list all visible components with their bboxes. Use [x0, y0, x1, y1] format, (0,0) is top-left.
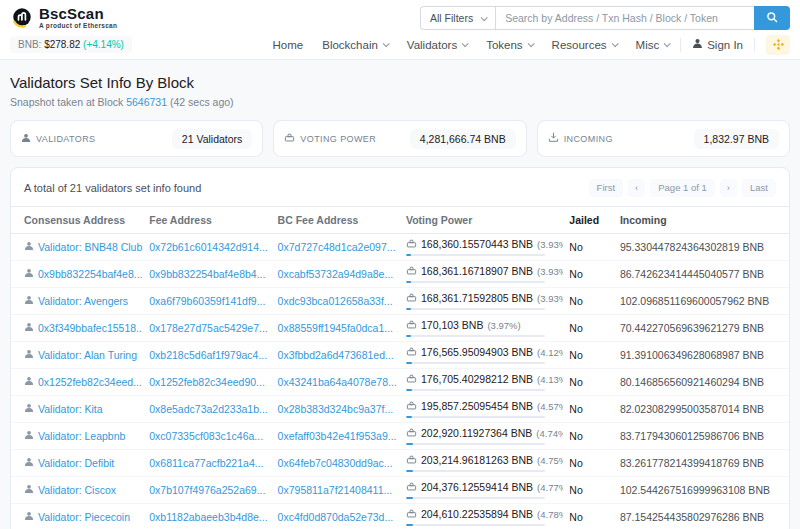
voting-power-value: 176,705.40298212 BNB [421, 373, 533, 385]
fee-address-link[interactable]: 0x6811ca77acfb221a4... [149, 457, 263, 469]
bc-fee-address-link[interactable]: 0xdc93bca012658a33f... [278, 295, 393, 307]
nav-item[interactable]: Misc [636, 39, 670, 51]
consensus-address-label: Validator: Piececoin [38, 511, 130, 523]
fee-address-link[interactable]: 0xa6f79b60359f141df9... [149, 295, 265, 307]
all-filters-dropdown[interactable]: All Filters [420, 6, 495, 30]
ballot-icon [406, 427, 417, 440]
voting-power-percent: (4.57%) [537, 401, 563, 412]
sign-in-button[interactable]: Sign In [692, 38, 743, 51]
voting-power-value: 203,214.96181263 BNB [421, 454, 533, 466]
incoming-value: 83.261778214399418769 BNB [614, 449, 789, 476]
incoming-value: 95.330447824364302819 BNB [614, 233, 789, 260]
bc-fee-address-link[interactable]: 0xc4fd0d870da52e73d... [278, 511, 394, 523]
bc-fee-address-link[interactable]: 0x88559ff1945fa0dca1... [278, 322, 393, 334]
sign-in-label: Sign In [707, 39, 743, 51]
voting-power-value: 176,565.95094903 BNB [421, 346, 533, 358]
col-jailed: Jailed [563, 206, 614, 233]
nav-item-label: Resources [552, 39, 607, 51]
incoming-card-label: INCOMING [564, 134, 613, 144]
voting-power-percent: (3.97%) [487, 320, 520, 331]
bc-fee-address-link[interactable]: 0xefaff03b42e41f953a9... [278, 430, 397, 442]
fee-address-link[interactable]: 0xb218c5d6af1f979ac4... [149, 349, 267, 361]
consensus-address-link[interactable]: Validator: Piececoin [24, 511, 130, 523]
jailed-value: No [563, 449, 614, 476]
consensus-address-link[interactable]: Validator: Kita [24, 403, 103, 415]
pagination-last[interactable]: Last [742, 179, 776, 197]
pagination-prev[interactable]: ‹ [628, 179, 645, 197]
binance-network-icon[interactable] [766, 35, 790, 55]
nav-item[interactable]: Validators [407, 39, 467, 51]
user-icon [24, 376, 34, 388]
consensus-address-label: Validator: Alan Turing [38, 349, 137, 361]
consensus-address-link[interactable]: Validator: Ciscox [24, 484, 116, 496]
table-row: 0x3f349bbafec15518... 0x178e27d75ac5429e… [11, 314, 789, 341]
snapshot-line: Snapshot taken at Block 5646731 (42 secs… [10, 96, 790, 108]
page-title: Validators Set Info By Block [10, 74, 790, 91]
ballot-icon [284, 132, 295, 145]
consensus-address-link[interactable]: Validator: BNB48 Club [24, 241, 142, 253]
table-row: 0x1252feb82c34eed... 0x1252feb82c34eed90… [11, 368, 789, 395]
ballot-icon [406, 265, 417, 278]
incoming-card: INCOMING 1,832.97 BNB [537, 120, 790, 157]
bc-fee-address-link[interactable]: 0xcabf53732a94d9a8e... [278, 268, 394, 280]
voting-power-value: 168,361.71592805 BNB [421, 292, 533, 304]
fee-address-link[interactable]: 0x72b61c6014342d914... [149, 241, 268, 253]
consensus-address-link[interactable]: 0x1252feb82c34eed... [24, 376, 142, 388]
chevron-down-icon [664, 40, 671, 47]
consensus-address-label: 0x9bb832254baf4e8... [38, 268, 143, 280]
bc-fee-address-link[interactable]: 0x28b383d324bc9a37f... [278, 403, 394, 415]
consensus-address-link[interactable]: 0x9bb832254baf4e8... [24, 268, 143, 280]
bc-fee-address-link[interactable]: 0x3fbbd2a6d473681ed... [278, 349, 394, 361]
voting-power-value: 204,376.12559414 BNB [421, 481, 533, 493]
ballot-icon [406, 238, 417, 251]
fee-address-link[interactable]: 0xc07335cf083c1c46a... [149, 430, 263, 442]
nav-item-label: Home [273, 39, 304, 51]
ballot-icon [406, 373, 417, 386]
user-icon [24, 241, 34, 253]
consensus-address-link[interactable]: Validator: Defibit [24, 457, 114, 469]
nav-item[interactable]: Tokens [486, 39, 532, 51]
incoming-value: 82.023082995003587014 BNB [614, 395, 789, 422]
bscscan-logo-icon [10, 6, 34, 30]
bnb-price-badge: BNB: $278.82 (+4.14%) [10, 36, 132, 53]
voting-power-percent: (4.12%) [537, 347, 563, 358]
table-row: Validator: Leapbnb 0xc07335cf083c1c46a..… [11, 422, 789, 449]
pagination-current: Page 1 of 1 [650, 179, 715, 197]
nav-item[interactable]: Blockchain [322, 39, 388, 51]
nav-item[interactable]: Resources [552, 39, 617, 51]
voting-power-bar [406, 335, 545, 337]
table-row: Validator: Alan Turing 0xb218c5d6af1f979… [11, 341, 789, 368]
pagination-next[interactable]: › [720, 179, 737, 197]
brand-tagline: A product of Etherscan [39, 23, 117, 30]
user-icon [24, 430, 34, 442]
voting-power-bar [406, 524, 545, 526]
search-input[interactable] [495, 6, 754, 30]
consensus-address-label: Validator: Kita [38, 403, 103, 415]
consensus-address-link[interactable]: 0x3f349bbafec15518... [24, 322, 143, 334]
voting-power-bar [406, 362, 545, 364]
user-icon [24, 484, 34, 496]
bc-fee-address-link[interactable]: 0x64feb7c04830dd9ac... [278, 457, 393, 469]
consensus-address-link[interactable]: Validator: Leapbnb [24, 430, 125, 442]
fee-address-link[interactable]: 0x178e27d75ac5429e7... [149, 322, 268, 334]
voting-power-bar [406, 443, 545, 445]
consensus-address-link[interactable]: Validator: Avengers [24, 295, 128, 307]
search-button[interactable] [754, 6, 790, 30]
fee-address-link[interactable]: 0x8e5adc73a2d233a1b... [149, 403, 268, 415]
bc-fee-address-link[interactable]: 0x7d727c48d1ca2e097... [278, 241, 396, 253]
fee-address-link[interactable]: 0xb1182abaeeb3b4d8e... [149, 511, 267, 523]
fee-address-link[interactable]: 0x7b107f4976a252a69... [149, 484, 265, 496]
bc-fee-address-link[interactable]: 0x795811a7f21408411... [278, 484, 393, 496]
fee-address-link[interactable]: 0x9bb832254baf4e8b4... [149, 268, 265, 280]
nav-item[interactable]: Home [273, 39, 304, 51]
brand-logo[interactable]: BscScan A product of Etherscan [10, 6, 117, 30]
bc-fee-address-link[interactable]: 0x43241ba64a4078e78... [278, 376, 397, 388]
pagination-first[interactable]: First [589, 179, 623, 197]
consensus-address-link[interactable]: Validator: Alan Turing [24, 349, 137, 361]
incoming-card-value: 1,832.97 BNB [694, 129, 779, 149]
chevron-down-icon [383, 40, 390, 47]
block-link[interactable]: 5646731 [126, 96, 167, 108]
user-icon [24, 511, 34, 523]
fee-address-link[interactable]: 0x1252feb82c34eed90... [149, 376, 265, 388]
search-icon [766, 11, 778, 26]
